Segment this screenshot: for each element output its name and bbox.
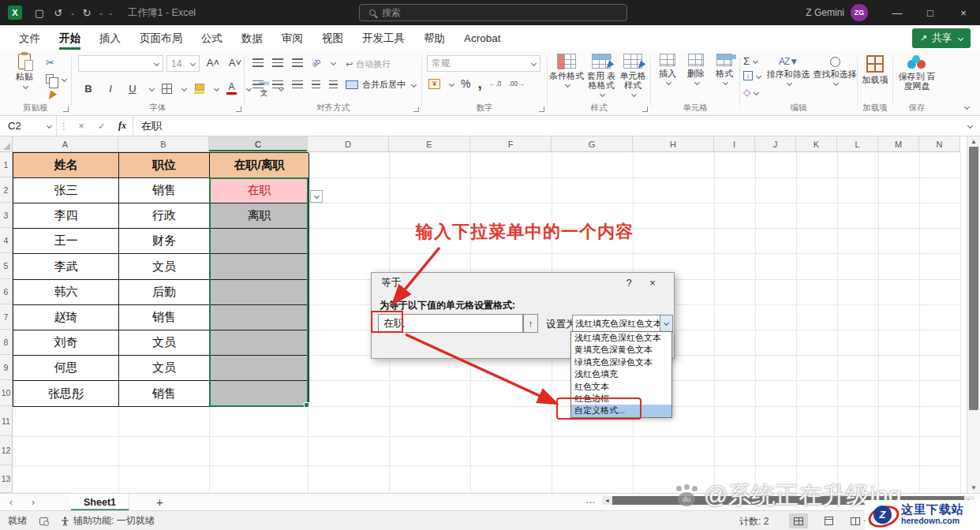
font-color-button[interactable]: A [226, 82, 237, 95]
dropdown-item[interactable]: 浅红色填充 [571, 368, 671, 380]
quick-access-customize-icon[interactable]: ⌄ [106, 9, 115, 17]
percent-style-icon[interactable]: % [461, 77, 470, 90]
autosum-icon[interactable]: Σ [743, 55, 750, 67]
row-header-8[interactable]: 8 [0, 330, 13, 355]
fill-color-button[interactable] [194, 83, 204, 94]
table-cell[interactable] [210, 305, 309, 330]
align-middle-icon[interactable] [272, 58, 283, 67]
page-break-view-button[interactable] [846, 513, 865, 528]
table-cell[interactable]: 王一 [13, 229, 119, 254]
grow-font-button[interactable]: A˄ [206, 57, 220, 69]
confirm-entry-icon[interactable]: ✓ [92, 121, 112, 132]
table-cell[interactable]: 文员 [119, 254, 210, 280]
table-cell[interactable]: 赵琦 [13, 305, 119, 330]
scroll-up-icon[interactable]: ▲ [967, 138, 980, 145]
decrease-indent-icon[interactable] [312, 80, 320, 89]
column-header-B[interactable]: B [118, 136, 209, 152]
prev-sheet-icon[interactable]: ‹ [0, 496, 22, 508]
cut-button[interactable]: ✂ [46, 57, 54, 69]
column-header-I[interactable]: I [714, 136, 755, 152]
column-header-D[interactable]: D [308, 136, 389, 152]
table-cell[interactable]: 韩六 [13, 280, 119, 305]
avatar[interactable]: ZG [851, 4, 868, 21]
maximize-button[interactable]: □ [914, 0, 947, 25]
add-sheet-button[interactable]: + [156, 495, 163, 509]
align-bottom-icon[interactable] [292, 58, 303, 67]
tab-页面布局[interactable]: 页面布局 [140, 27, 182, 50]
dropdown-item[interactable]: 浅红填充色深红色文本 [571, 332, 671, 344]
row-header-6[interactable]: 6 [0, 279, 13, 304]
table-cell[interactable] [210, 381, 309, 407]
underline-button[interactable]: U [125, 83, 140, 95]
normal-view-button[interactable] [789, 513, 808, 528]
table-cell[interactable]: 销售 [119, 305, 210, 330]
increase-indent-icon[interactable] [329, 80, 338, 89]
format-cells-button[interactable]: 格式 [711, 54, 738, 84]
addins-button[interactable]: 加载项 [861, 55, 889, 84]
excel-app-icon[interactable]: X [8, 6, 22, 20]
table-cell[interactable]: 文员 [119, 330, 210, 356]
borders-icon[interactable] [162, 84, 172, 94]
column-header-J[interactable]: J [755, 136, 796, 152]
tab-帮助[interactable]: 帮助 [424, 27, 445, 50]
table-cell[interactable]: 刘奇 [13, 330, 119, 356]
table-cell[interactable]: 张三 [13, 178, 119, 203]
accounting-format-icon[interactable]: ¥ [428, 79, 440, 89]
column-header-L[interactable]: L [837, 136, 878, 152]
table-cell[interactable]: 何思 [13, 356, 119, 381]
number-format-select[interactable]: 常规 [427, 55, 540, 72]
expand-formula-bar-icon[interactable] [967, 123, 973, 129]
italic-button[interactable]: I [103, 83, 118, 95]
tab-审阅[interactable]: 审阅 [282, 27, 303, 50]
column-header-N[interactable]: N [919, 136, 960, 152]
table-header-cell[interactable]: 姓名 [13, 153, 119, 178]
table-cell[interactable] [210, 254, 309, 280]
align-top-icon[interactable] [252, 58, 264, 67]
table-header-cell[interactable]: 在职/离职 [210, 153, 309, 178]
share-button[interactable]: ↗ 共享 [912, 28, 971, 48]
undo-dropdown-icon[interactable]: ⌄ [68, 9, 77, 17]
dialog-close-button[interactable]: × [641, 277, 664, 289]
page-layout-view-button[interactable] [819, 513, 838, 528]
dialog-help-button[interactable]: ? [617, 277, 641, 289]
macro-record-icon[interactable] [39, 517, 48, 525]
select-all-corner[interactable] [0, 136, 13, 152]
dropdown-item[interactable]: 绿填充色深绿色文本 [571, 356, 671, 368]
save-icon[interactable]: ▢ [30, 7, 49, 19]
align-left-icon[interactable] [252, 80, 264, 89]
row-header-9[interactable]: 9 [0, 355, 13, 380]
paste-button[interactable]: 粘贴 [8, 54, 41, 88]
clipboard-dialog-launcher-icon[interactable] [63, 106, 69, 112]
search-box[interactable]: 搜索 [359, 4, 627, 21]
insert-cells-button[interactable]: 插入 [654, 54, 681, 84]
minimize-button[interactable]: — [881, 0, 914, 25]
column-header-F[interactable]: F [470, 136, 552, 152]
table-cell[interactable] [210, 229, 309, 254]
row-header-12[interactable]: 12 [0, 436, 13, 465]
font-name-select[interactable] [78, 55, 163, 72]
save-to-baidu-button[interactable]: 保存到 百度网盘 [895, 55, 939, 91]
redo-icon[interactable]: ↻ [77, 7, 96, 19]
vertical-scroll-thumb[interactable] [969, 147, 978, 410]
find-select-button[interactable]: 查找和选择 [813, 57, 857, 85]
tab-公式[interactable]: 公式 [201, 27, 223, 50]
row-header-3[interactable]: 3 [0, 203, 13, 228]
row-header-11[interactable]: 11 [0, 406, 13, 436]
scroll-down-icon[interactable]: ▼ [967, 484, 980, 491]
table-cell[interactable]: 在职 [210, 178, 309, 203]
format-dropdown-arrow-icon[interactable] [660, 315, 672, 332]
align-center-icon[interactable] [272, 80, 283, 89]
row-header-1[interactable]: 1 [0, 152, 13, 177]
row-header-10[interactable]: 10 [0, 380, 13, 406]
sort-filter-button[interactable]: AZ▼ 排序和筛选 [765, 57, 811, 85]
copy-button[interactable] [46, 74, 66, 84]
styles-dialog-launcher-icon[interactable] [642, 106, 648, 112]
redo-dropdown-icon[interactable]: ⌄ [96, 9, 106, 17]
font-dialog-launcher-icon[interactable] [236, 106, 241, 112]
column-header-H[interactable]: H [633, 136, 714, 152]
table-cell[interactable] [210, 280, 309, 305]
format-dropdown[interactable]: 浅红填充色深红色文本 [572, 315, 673, 333]
undo-icon[interactable]: ↺ [49, 7, 68, 19]
column-header-E[interactable]: E [389, 136, 470, 152]
format-as-table-button[interactable]: 套用 表格格式 [584, 54, 619, 96]
